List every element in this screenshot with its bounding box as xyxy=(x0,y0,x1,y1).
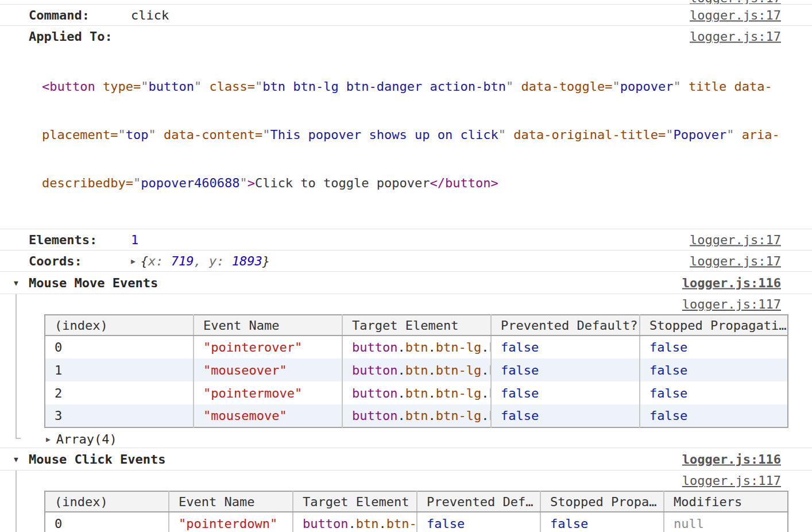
console-message-command: Command: click logger.js:17 xyxy=(0,5,812,26)
group-indent-guide xyxy=(16,471,21,532)
group-title: Mouse Click Events xyxy=(29,452,165,467)
coords-label: Coords: xyxy=(29,254,131,268)
column-header-prevented-default: Prevented Default? xyxy=(491,315,640,336)
elements-count: 1 xyxy=(131,233,138,247)
cell-event-name: "mouseover" xyxy=(194,358,342,381)
source-link[interactable]: logger.js:17 xyxy=(690,254,781,268)
group-indent-guide xyxy=(16,294,21,439)
console-message-elements: Elements: 1 logger.js:17 xyxy=(0,229,812,250)
source-link[interactable]: logger.js:17 xyxy=(690,0,781,5)
cell-prevented-default: false xyxy=(491,336,640,358)
console-message-applied-to: Applied To: logger.js:17 <button type="b… xyxy=(0,26,812,229)
column-header-index: (index) xyxy=(45,491,169,512)
cell-target-element[interactable]: button.btn.btn-lg.btn-danger.action-btn xyxy=(342,381,491,404)
cell-target-element[interactable]: button.btn.btn-lg.btn-danger.action-btn xyxy=(342,404,491,427)
coords-object-preview[interactable]: {x: 719, y: 1893} xyxy=(141,254,270,268)
cell-stopped-propagation: false xyxy=(640,381,788,404)
cell-index: 1 xyxy=(45,358,194,381)
table-row: 2 "pointermove" button.btn.btn-lg.btn-da… xyxy=(45,381,788,404)
column-header-stopped-propagation: Stopped Propa… xyxy=(540,491,664,512)
cell-modifiers: null xyxy=(664,512,788,532)
console-message-coords: Coords: ▶ {x: 719, y: 1893} logger.js:17 xyxy=(0,250,812,272)
cell-event-name: "pointermove" xyxy=(194,381,342,404)
source-link[interactable]: logger.js:17 xyxy=(690,29,781,44)
cell-index: 3 xyxy=(45,404,194,427)
cell-prevented-default: false xyxy=(491,404,640,427)
column-header-stopped-propagation: Stopped Propagati… xyxy=(640,315,788,336)
group-header-mouse-click-events[interactable]: ▼ Mouse Click Events logger.js:116 xyxy=(0,448,812,471)
html-code-line: placement="top" data-content="This popov… xyxy=(42,127,812,143)
table-row: 3 "mousemove" button.btn.btn-lg.btn-dang… xyxy=(45,404,788,427)
column-header-target-element: Target Element xyxy=(342,315,491,336)
html-code-line: describedby="popover460688">Click to tog… xyxy=(42,175,812,191)
source-link[interactable]: logger.js:117 xyxy=(682,473,781,488)
array-preview-toggle[interactable]: ▶ Array(4) xyxy=(0,430,812,448)
applied-to-html-snippet[interactable]: <button type="button" class="btn btn-lg … xyxy=(42,47,812,223)
devtools-console: logger.js:17 Command: click logger.js:17… xyxy=(0,0,812,532)
cell-stopped-propagation: false xyxy=(640,358,788,381)
cell-index: 2 xyxy=(45,381,194,404)
cell-stopped-propagation: false xyxy=(540,512,664,532)
cell-event-name: "mousemove" xyxy=(194,404,342,427)
disclosure-collapsed-icon[interactable]: ▶ xyxy=(46,435,51,443)
cell-target-element[interactable]: button.btn.btn-lg.btn-danger.action-btn xyxy=(293,512,417,532)
column-header-event-name: Event Name xyxy=(194,315,342,336)
cell-prevented-default: false xyxy=(491,381,640,404)
source-link[interactable]: logger.js:116 xyxy=(682,452,781,467)
table-row: 1 "mouseover" button.btn.btn-lg.btn-dang… xyxy=(45,358,788,381)
column-header-target-element: Target Element xyxy=(293,491,417,512)
command-value: click xyxy=(131,8,169,22)
cell-target-element[interactable]: button.btn.btn-lg.btn-danger.action-btn xyxy=(342,336,491,358)
cell-target-element[interactable]: button.btn.btn-lg.btn-danger.action-btn xyxy=(342,358,491,381)
group-title: Mouse Move Events xyxy=(29,276,158,290)
cell-prevented-default: false xyxy=(417,512,540,532)
disclosure-expanded-icon[interactable]: ▼ xyxy=(14,279,18,287)
group-content-mouse-move-events: logger.js:117 (index) Event Name Target … xyxy=(0,294,812,448)
column-header-event-name: Event Name xyxy=(169,491,293,512)
source-link[interactable]: logger.js:17 xyxy=(690,8,781,22)
source-link[interactable]: logger.js:17 xyxy=(690,233,781,247)
cell-prevented-default: false xyxy=(491,358,640,381)
table-row: 0 "pointerdown" button.btn.btn-lg.btn-da… xyxy=(45,512,788,532)
mouse-click-events-table: (index) Event Name Target Element Preven… xyxy=(44,491,788,532)
group-header-mouse-move-events[interactable]: ▼ Mouse Move Events logger.js:116 xyxy=(0,272,812,294)
source-link[interactable]: logger.js:116 xyxy=(682,276,781,290)
cell-stopped-propagation: false xyxy=(640,336,788,358)
table-header-row: (index) Event Name Target Element Preven… xyxy=(45,315,788,336)
cell-event-name: "pointerover" xyxy=(194,336,342,358)
disclosure-collapsed-icon[interactable]: ▶ xyxy=(131,257,136,265)
cell-index: 0 xyxy=(45,512,169,532)
group-content-mouse-click-events: logger.js:117 (index) Event Name Target … xyxy=(0,471,812,532)
cell-event-name: "pointerdown" xyxy=(169,512,293,532)
column-header-index: (index) xyxy=(45,315,194,336)
column-header-prevented-default: Prevented Def… xyxy=(417,491,540,512)
table-row: 0 "pointerover" button.btn.btn-lg.btn-da… xyxy=(45,336,788,358)
column-header-modifiers: Modifiers xyxy=(664,491,788,512)
array-preview-label: Array(4) xyxy=(56,432,117,446)
cell-index: 0 xyxy=(45,336,194,358)
source-link[interactable]: logger.js:117 xyxy=(682,297,781,311)
command-label: Command: xyxy=(29,8,131,22)
table-header-row: (index) Event Name Target Element Preven… xyxy=(45,491,788,512)
html-code-line: <button type="button" class="btn btn-lg … xyxy=(42,79,812,95)
applied-to-label: Applied To: xyxy=(29,29,131,44)
mouse-move-events-table: (index) Event Name Target Element Preven… xyxy=(44,314,788,428)
clipped-message-row: logger.js:17 xyxy=(0,0,812,5)
elements-label: Elements: xyxy=(29,233,131,247)
disclosure-expanded-icon[interactable]: ▼ xyxy=(14,456,18,463)
cell-stopped-propagation: false xyxy=(640,404,788,427)
